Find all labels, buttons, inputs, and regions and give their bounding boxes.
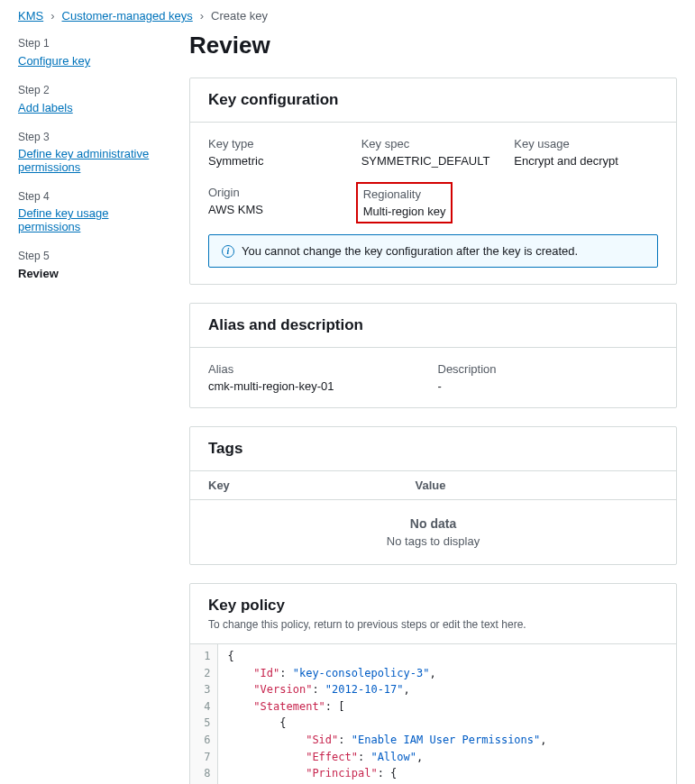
breadcrumb: KMS › Customer-managed keys › Create key xyxy=(0,0,695,32)
key-usage-value: Encrypt and decrypt xyxy=(514,154,658,168)
step-link-add-labels[interactable]: Add labels xyxy=(18,101,73,114)
step-link-usage-permissions[interactable]: Define key usage permissions xyxy=(18,206,162,233)
origin-value: AWS KMS xyxy=(208,203,352,216)
col-key: Key xyxy=(208,479,416,492)
step-label: Step 1 xyxy=(18,37,162,50)
step-4: Step 4 Define key usage permissions xyxy=(18,190,162,233)
step-1: Step 1 Configure key xyxy=(18,37,162,68)
policy-code[interactable]: { "Id": "key-consolepolicy-3", "Version"… xyxy=(218,644,594,784)
panel-key-policy: Key policy To change this policy, return… xyxy=(189,583,677,784)
key-type-value: Symmetric xyxy=(208,154,352,168)
panel-title: Key configuration xyxy=(208,91,658,109)
info-box: i You cannot change the key configuratio… xyxy=(208,234,658,268)
panel-title: Tags xyxy=(208,440,658,458)
tags-table-header: Key Value xyxy=(190,471,676,500)
step-3: Step 3 Define key administrative permiss… xyxy=(18,131,162,174)
origin-label: Origin xyxy=(208,186,352,199)
breadcrumb-current: Create key xyxy=(211,9,268,23)
info-text: You cannot change the key configuration … xyxy=(242,244,578,258)
description-label: Description xyxy=(438,362,659,376)
wizard-sidebar: Step 1 Configure key Step 2 Add labels S… xyxy=(18,32,162,784)
panel-title: Alias and description xyxy=(208,316,658,334)
step-label: Step 3 xyxy=(18,131,162,143)
empty-sub: No tags to display xyxy=(206,534,660,548)
step-current-review: Review xyxy=(18,267,59,280)
step-5: Step 5 Review xyxy=(18,250,162,280)
regionality-label: Regionality xyxy=(363,187,446,201)
chevron-right-icon: › xyxy=(50,9,54,23)
chevron-right-icon: › xyxy=(200,9,204,23)
page-title: Review xyxy=(189,32,677,59)
key-spec-label: Key spec xyxy=(361,137,506,150)
alias-label: Alias xyxy=(208,362,429,376)
panel-key-config: Key configuration Key type Symmetric Key… xyxy=(189,77,677,285)
info-icon: i xyxy=(222,245,234,258)
step-link-configure-key[interactable]: Configure key xyxy=(18,54,90,68)
panel-subtitle: To change this policy, return to previou… xyxy=(208,618,658,631)
key-usage-label: Key usage xyxy=(514,137,658,150)
step-2: Step 2 Add labels xyxy=(18,84,162,114)
panel-alias: Alias and description Alias cmk-multi-re… xyxy=(189,303,677,408)
policy-editor[interactable]: 1234567891011121314 { "Id": "key-console… xyxy=(190,644,676,784)
tags-empty: No data No tags to display xyxy=(190,500,676,564)
empty-title: No data xyxy=(206,516,660,531)
regionality-value: Multi-region key xyxy=(363,205,446,218)
step-label: Step 5 xyxy=(18,250,162,262)
breadcrumb-mid[interactable]: Customer-managed keys xyxy=(62,9,193,23)
line-gutter: 1234567891011121314 xyxy=(190,644,218,784)
step-link-admin-permissions[interactable]: Define key administrative permissions xyxy=(18,147,162,174)
description-value: - xyxy=(438,379,659,393)
breadcrumb-root[interactable]: KMS xyxy=(18,9,43,23)
step-label: Step 4 xyxy=(18,190,162,203)
step-label: Step 2 xyxy=(18,84,162,96)
key-spec-value: SYMMETRIC_DEFAULT xyxy=(361,154,506,168)
col-value: Value xyxy=(416,479,446,492)
regionality-highlight: Regionality Multi-region key xyxy=(356,182,453,223)
panel-title: Key policy xyxy=(208,597,658,615)
panel-tags: Tags Key Value No data No tags to displa… xyxy=(189,426,677,565)
alias-value: cmk-multi-region-key-01 xyxy=(208,379,429,393)
key-type-label: Key type xyxy=(208,137,352,150)
